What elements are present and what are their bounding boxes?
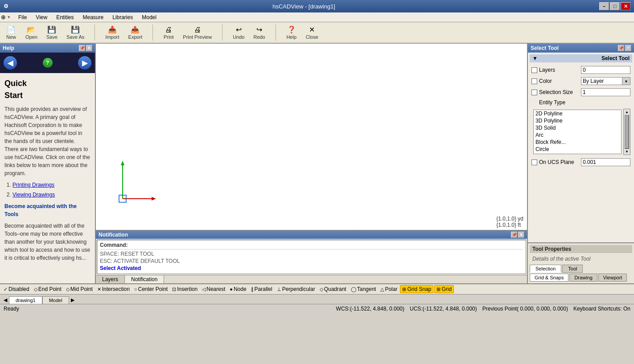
export-icon: 📤 <box>131 25 140 34</box>
entity-type-item-4[interactable]: Block Refe... <box>534 139 621 146</box>
drawing-canvas[interactable]: {1.0,1.0} yd {1.0,1.0} ft <box>96 44 527 230</box>
menu-model[interactable]: Model <box>137 12 161 22</box>
scroll-down-btn[interactable]: ▼ <box>625 150 629 154</box>
snap-nearest[interactable]: ◁ Nearest <box>200 286 227 293</box>
entity-type-list[interactable]: 2D Polyline 3D Polyline 3D Solid Arc Blo… <box>533 110 622 154</box>
layers-value[interactable]: 0 <box>581 66 630 74</box>
selection-size-value[interactable]: 1 <box>581 88 630 96</box>
toolbar-help-button[interactable]: ❓ Help <box>283 24 300 41</box>
notification-pin-button[interactable]: 📌 <box>511 232 517 238</box>
snap-parallel[interactable]: ∥ Parallel <box>249 286 274 293</box>
toolbar-save-button[interactable]: 💾 Save <box>43 24 61 41</box>
select-tool-pin-button[interactable]: 📌 <box>618 45 624 51</box>
snap-disabled[interactable]: ✓ Disabled <box>2 286 31 293</box>
select-tool-section-header[interactable]: ▼ Select Tool <box>530 54 632 62</box>
menu-file[interactable]: File <box>14 12 31 22</box>
tool-sub-tab-grid-snaps[interactable]: Grid & Snaps <box>530 274 568 282</box>
snap-intersection[interactable]: ✕ Intersection <box>95 286 132 293</box>
snap-quadrant[interactable]: ◇ Quadrant <box>318 286 348 293</box>
snap-node[interactable]: ● Node <box>228 286 248 293</box>
notification-title: Notification <box>99 232 128 238</box>
tool-sub-tab-viewport[interactable]: Viewport <box>598 274 627 282</box>
notification-tabs: Layers Notification <box>96 275 527 283</box>
color-dropdown-arrow[interactable]: ▾ <box>622 78 630 85</box>
entity-type-item-0[interactable]: 2D Polyline <box>534 110 621 117</box>
viewing-link[interactable]: Viewing Drawings <box>12 192 55 198</box>
help-panel: Help 📌 ✕ ◀ ? ▶ QuickStart This guide pro… <box>0 44 96 283</box>
toolbar-undo-button[interactable]: ↩ Undo <box>230 24 247 41</box>
maximize-button[interactable]: □ <box>610 2 620 10</box>
new-icon: 📄 <box>7 25 16 34</box>
coord-yd: {1.0,1.0} yd <box>496 216 523 222</box>
snap-center-point[interactable]: ○ Center Point <box>132 286 169 293</box>
menu-measure[interactable]: Measure <box>78 12 108 22</box>
color-dropdown[interactable]: By Layer ▾ <box>581 77 630 85</box>
help-home-button[interactable]: ? <box>43 58 53 68</box>
toolbar-redo-button[interactable]: ↪ Redo <box>250 24 268 41</box>
toolbar-import-button[interactable]: 📥 Import <box>102 24 122 41</box>
help-back-button[interactable]: ◀ <box>4 56 17 70</box>
entity-type-scrollbar[interactable]: ▲ ▼ <box>623 109 630 155</box>
snap-center-point-label: Center Point <box>138 286 168 292</box>
entity-type-item-1[interactable]: 3D Polyline <box>534 117 621 124</box>
entity-type-item-5[interactable]: Circle <box>534 146 621 153</box>
select-tool-panel: Select Tool 📌 ? ▼ Select Tool Layers 0 C… <box>527 44 634 283</box>
tool-tab-selection[interactable]: Selection <box>530 265 561 273</box>
tab-drawing1[interactable]: drawing1 <box>9 296 42 304</box>
close-button[interactable]: ✕ <box>621 2 630 10</box>
notification-line-3: Select Activated <box>100 265 523 272</box>
tab-left-arrow[interactable]: ◀ <box>2 296 9 304</box>
save-label: Save <box>46 34 58 40</box>
snap-grid[interactable]: ⊞ Grid <box>434 285 454 293</box>
on-ucs-plane-value[interactable]: 0.001 <box>581 158 630 166</box>
toolbar-open-button[interactable]: 📂 Open <box>22 24 41 41</box>
notification-close-button[interactable]: ✕ <box>518 232 524 238</box>
import-icon: 📥 <box>108 25 117 34</box>
selection-size-checkbox[interactable] <box>531 90 537 95</box>
toolbar-save-as-button[interactable]: 💾 Save As <box>63 24 87 41</box>
snap-tangent[interactable]: ◯ Tangent <box>349 286 378 293</box>
snap-perpendicular[interactable]: ⊥ Perpendicular <box>275 286 317 293</box>
help-link-viewing: Viewing Drawings <box>12 191 91 199</box>
toolbar-export-button[interactable]: 📤 Export <box>125 24 146 41</box>
snap-polar[interactable]: △ Polar <box>379 286 399 293</box>
on-ucs-plane-checkbox[interactable] <box>531 160 537 165</box>
menu-libraries[interactable]: Libraries <box>108 12 137 22</box>
scroll-up-btn[interactable]: ▲ <box>625 110 629 114</box>
snap-mid-point[interactable]: ◇ Mid Point <box>64 286 95 293</box>
toolbar-print-button[interactable]: 🖨 Print <box>160 25 177 41</box>
export-label: Export <box>128 34 143 40</box>
snap-grid-snap[interactable]: ⊞ Grid Snap <box>400 285 433 293</box>
select-tool-header: Select Tool 📌 ? <box>528 44 634 53</box>
snap-node-label: Node <box>234 286 247 292</box>
scroll-thumb[interactable] <box>625 115 629 149</box>
menu-view[interactable]: View <box>31 12 52 22</box>
help-panel-close-button[interactable]: ✕ <box>86 45 92 51</box>
menu-entities[interactable]: Entities <box>52 12 78 22</box>
notif-tab-notification[interactable]: Notification <box>125 275 164 283</box>
layers-checkbox[interactable] <box>531 67 537 73</box>
toolbar-print-preview-button[interactable]: 🖨 Print Preview <box>180 25 215 41</box>
color-checkbox[interactable] <box>531 78 537 84</box>
tool-tab-tool[interactable]: Tool <box>562 265 583 273</box>
help-panel-pin-button[interactable]: 📌 <box>79 45 85 51</box>
import-label: Import <box>105 34 119 40</box>
select-tool-help-button[interactable]: ? <box>625 45 631 51</box>
color-value: By Layer <box>581 78 622 85</box>
notif-tab-layers[interactable]: Layers <box>96 275 125 283</box>
snap-end-point[interactable]: ◇ End Point <box>32 286 63 293</box>
snap-insertion[interactable]: ⊡ Insertion <box>170 286 199 293</box>
entity-type-item-3[interactable]: Arc <box>534 131 621 139</box>
printing-link[interactable]: Printing Drawings <box>12 182 54 188</box>
toolbar-close-button[interactable]: ✕ Close <box>303 24 321 41</box>
snap-quadrant-label: Quadrant <box>324 286 346 292</box>
toolbar-new-button[interactable]: 📄 New <box>3 24 20 41</box>
tab-right-arrow[interactable]: ▶ <box>69 296 76 304</box>
help-forward-button[interactable]: ▶ <box>78 56 91 70</box>
tool-sub-tab-drawing[interactable]: Drawing <box>569 274 597 282</box>
minimize-button[interactable]: – <box>599 2 609 10</box>
statusbar: Ready WCS:(-11.522, 4.848, 0.000) UCS:(-… <box>0 304 634 313</box>
snap-perpendicular-label: Perpendicular <box>282 286 315 292</box>
entity-type-item-2[interactable]: 3D Solid <box>534 124 621 131</box>
tab-model[interactable]: Model <box>42 296 69 304</box>
